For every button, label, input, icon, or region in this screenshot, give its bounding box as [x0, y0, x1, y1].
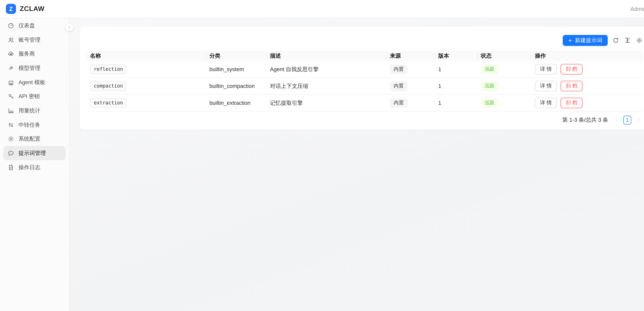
chevron-left-icon — [67, 24, 72, 31]
sidebar-item-operation-logs[interactable]: 操作日志 — [3, 160, 66, 174]
reload-icon — [612, 37, 619, 44]
table-cell-version: 1 — [435, 100, 477, 106]
version-text: 1 — [438, 66, 441, 73]
prompt-name-chip: extraction — [90, 98, 127, 108]
sidebar-item-providers[interactable]: 服务商 — [3, 47, 66, 61]
sidebar-collapse-button[interactable] — [66, 24, 73, 31]
sidebar-item-label: 操作日志 — [18, 164, 40, 171]
sidebar-item-agent-templates[interactable]: Agent 模板 — [3, 75, 66, 89]
column-settings-button[interactable] — [636, 37, 643, 44]
table-cell-actions: 详情归档 — [532, 64, 643, 75]
sidebar-item-usage-stats[interactable]: 用量统计 — [3, 104, 66, 118]
status-badge: 活跃 — [481, 64, 498, 74]
sidebar-item-dashboard[interactable]: 仪表盘 — [3, 19, 66, 33]
column-header-category: 分类 — [206, 51, 266, 61]
sidebar-item-label: API 密钥 — [18, 93, 40, 100]
table-cell-description: 对话上下文压缩 — [266, 82, 386, 90]
new-prompt-button[interactable]: + 新建提示词 — [563, 35, 608, 46]
chevron-left-icon — [614, 117, 618, 123]
new-prompt-button-label: 新建提示词 — [575, 37, 602, 44]
users-icon — [8, 37, 14, 43]
column-header-description: 描述 — [266, 51, 386, 61]
table-cell-name: reflection — [87, 65, 206, 74]
source-tag: 内置 — [390, 64, 408, 74]
archive-button[interactable]: 归档 — [561, 81, 582, 91]
user-menu[interactable]: Admin — [630, 6, 644, 12]
key-icon — [8, 93, 14, 100]
detail-button[interactable]: 详情 — [535, 64, 557, 75]
prompt-name-chip: compaction — [90, 81, 127, 91]
column-header-version: 版本 — [435, 51, 477, 61]
status-badge: 活跃 — [481, 81, 498, 91]
pagination-prev-button[interactable] — [612, 115, 621, 125]
sidebar-item-label: 系统配置 — [18, 135, 40, 143]
description-text: 记忆提取引擎 — [270, 99, 303, 107]
sidebar-item-models[interactable]: 模型管理 — [3, 61, 66, 75]
pagination-summary: 第 1-3 条/总共 3 条 — [562, 116, 608, 124]
message-icon — [8, 150, 14, 157]
dashboard-icon — [8, 22, 14, 29]
robot-icon — [8, 79, 14, 86]
category-text: builtin_compaction — [210, 83, 255, 89]
column-height-icon — [624, 37, 631, 44]
table-cell-name: extraction — [87, 98, 206, 108]
gear-icon — [636, 37, 642, 44]
table-cell-actions: 详情归档 — [532, 98, 643, 108]
table-cell-name: compaction — [87, 81, 206, 91]
pagination-next-button[interactable] — [634, 115, 643, 125]
category-text: builtin_system — [210, 66, 244, 73]
sidebar-nav: 仪表盘账号管理服务商模型管理Agent 模板API 密钥用量统计中转任务系统配置… — [0, 18, 70, 311]
column-header-name: 名称 — [87, 51, 206, 61]
table-cell-status: 活跃 — [477, 64, 532, 74]
sidebar-item-label: 服务商 — [18, 50, 35, 58]
brand-title: ZCLAW — [20, 5, 44, 13]
table-cell-actions: 详情归档 — [532, 81, 643, 91]
pagination-page-1[interactable]: 1 — [623, 116, 631, 124]
density-button[interactable] — [624, 37, 631, 44]
table-cell-source: 内置 — [386, 64, 435, 74]
category-text: builtin_extraction — [210, 100, 250, 106]
archive-button[interactable]: 归档 — [561, 64, 582, 75]
column-header-source: 来源 — [386, 51, 435, 61]
gear-icon — [8, 136, 14, 142]
brand-logo-icon: Z — [6, 4, 16, 14]
detail-button[interactable]: 详情 — [535, 98, 557, 108]
detail-button[interactable]: 详情 — [535, 81, 557, 91]
plus-icon: + — [568, 37, 572, 43]
sidebar-item-accounts[interactable]: 账号管理 — [3, 33, 66, 47]
table-cell-category: builtin_extraction — [206, 100, 266, 106]
status-badge: 活跃 — [481, 98, 498, 108]
table-cell-version: 1 — [435, 66, 477, 73]
table-cell-version: 1 — [435, 83, 477, 89]
table-row: reflectionbuiltin_systemAgent 自我反思引擎内置1活… — [87, 61, 643, 78]
sidebar-item-relay-tasks[interactable]: 中转任务 — [3, 118, 66, 132]
swap-icon — [8, 122, 14, 128]
sidebar-item-api-keys[interactable]: API 密钥 — [3, 89, 66, 104]
table-cell-source: 内置 — [386, 98, 435, 108]
sidebar-item-system-config[interactable]: 系统配置 — [3, 132, 66, 146]
sidebar-item-label: 用量统计 — [18, 107, 40, 114]
sidebar-item-prompt-management[interactable]: 提示词管理 — [3, 146, 66, 160]
document-icon — [8, 164, 14, 171]
table-cell-status: 活跃 — [477, 98, 532, 108]
app-root: Z ZCLAW Admin 仪表盘账号管理服务商模型管理Agent 模板API … — [0, 0, 644, 311]
table-cell-category: builtin_system — [206, 66, 266, 73]
sidebar-item-label: 中转任务 — [18, 121, 40, 129]
top-header: Z ZCLAW Admin — [0, 0, 644, 18]
sidebar-item-label: 仪表盘 — [18, 22, 35, 29]
sidebar-item-label: 模型管理 — [18, 64, 40, 72]
table-cell-category: builtin_compaction — [206, 83, 266, 89]
plug-icon — [8, 65, 14, 72]
version-text: 1 — [438, 83, 441, 89]
table-cell-description: Agent 自我反思引擎 — [266, 66, 386, 73]
chevron-right-icon — [636, 117, 641, 123]
bar-chart-icon — [8, 107, 14, 114]
prompt-name-chip: reflection — [90, 65, 127, 74]
table-row: extractionbuiltin_extraction记忆提取引擎内置1活跃详… — [87, 95, 643, 112]
column-header-status: 状态 — [477, 51, 532, 61]
cloud-icon — [8, 51, 14, 57]
archive-button[interactable]: 归档 — [561, 98, 582, 108]
table-header-row: 名称分类描述来源版本状态操作 — [87, 51, 643, 61]
main-content: + 新建提示词 名称分类描述来源版本状态操作 reflectionbuiltin… — [70, 18, 644, 311]
reload-button[interactable] — [612, 37, 620, 44]
